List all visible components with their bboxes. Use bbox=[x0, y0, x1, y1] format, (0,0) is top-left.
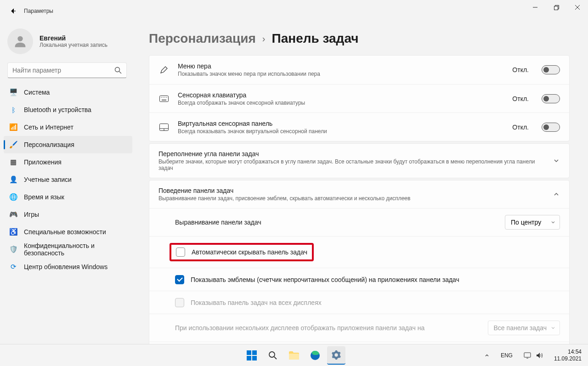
sidebar-item-accessibility[interactable]: ♿Специальные возможности bbox=[4, 223, 132, 241]
display-icon: 🖥️ bbox=[9, 88, 17, 96]
apps-icon: ▦ bbox=[9, 158, 17, 166]
sidebar-item-label: Время и язык bbox=[24, 193, 64, 201]
chevron-down-icon bbox=[553, 157, 560, 164]
search-icon bbox=[114, 67, 122, 74]
autohide-label: Автоматически скрывать панель задач bbox=[192, 248, 307, 256]
sidebar-item-gaming[interactable]: 🎮Игры bbox=[4, 206, 132, 223]
expander-title: Поведение панели задач bbox=[158, 187, 544, 194]
alignment-select[interactable]: По центру bbox=[505, 215, 560, 230]
chevron-down-icon bbox=[550, 325, 556, 331]
clock-time: 14:54 bbox=[554, 349, 582, 355]
sidebar-item-label: Приложения bbox=[24, 158, 62, 166]
sidebar-item-label: Система bbox=[24, 89, 50, 96]
alignment-label: Выравнивание панели задач bbox=[175, 219, 498, 226]
accessibility-icon: ♿ bbox=[9, 228, 17, 236]
main-content: Персонализация › Панель задач Меню пера … bbox=[138, 22, 588, 344]
account-icon: 👤 bbox=[9, 175, 17, 184]
sidebar-item-network[interactable]: 📶Сеть и Интернет bbox=[4, 118, 132, 136]
edge-icon bbox=[310, 350, 320, 360]
toggle-virtual-touchpad[interactable] bbox=[542, 123, 560, 132]
folder-icon bbox=[289, 351, 299, 360]
app-title: Параметры bbox=[24, 8, 53, 14]
search-icon bbox=[268, 351, 277, 360]
maximize-button[interactable] bbox=[546, 0, 567, 15]
row-all-displays: Показывать панель задач на всех дисплеях bbox=[149, 291, 569, 314]
close-button[interactable] bbox=[567, 0, 588, 15]
expander-sub: Выравнивание панели задач, присвоение эм… bbox=[158, 195, 544, 202]
gear-icon bbox=[331, 350, 341, 360]
sidebar-item-personalization[interactable]: 🖌️Персонализация bbox=[4, 136, 132, 153]
sidebar: Евгений Локальная учетная запись 🖥️Систе… bbox=[0, 22, 138, 344]
avatar bbox=[7, 28, 33, 54]
search-input[interactable] bbox=[12, 67, 114, 74]
page-title: Панель задач bbox=[272, 31, 359, 46]
settings-button[interactable] bbox=[327, 346, 345, 365]
breadcrumb: Персонализация › Панель задач bbox=[149, 31, 570, 46]
arrow-left-icon bbox=[9, 7, 17, 15]
back-button[interactable] bbox=[4, 2, 22, 20]
sidebar-item-time[interactable]: 🌐Время и язык bbox=[4, 188, 132, 206]
volume-icon bbox=[536, 352, 543, 359]
svg-point-2 bbox=[115, 68, 120, 72]
svg-point-5 bbox=[163, 97, 164, 98]
search-button[interactable] bbox=[264, 346, 282, 365]
sidebar-item-label: Центр обновления Windows bbox=[24, 263, 107, 270]
overflow-expander[interactable]: Переполнение угла панели задач Выберите … bbox=[149, 143, 570, 178]
sidebar-item-apps[interactable]: ▦Приложения bbox=[4, 153, 132, 171]
svg-point-14 bbox=[269, 352, 275, 357]
svg-rect-3 bbox=[160, 96, 169, 101]
breadcrumb-parent[interactable]: Персонализация bbox=[149, 31, 256, 46]
globe-icon: 🌐 bbox=[9, 193, 17, 201]
sidebar-item-bluetooth[interactable]: ᛒBluetooth и устройства bbox=[4, 101, 132, 118]
profile-block[interactable]: Евгений Локальная учетная запись bbox=[2, 22, 132, 62]
start-button[interactable] bbox=[243, 346, 261, 365]
toggle-state: Откл. bbox=[512, 66, 529, 73]
explorer-button[interactable] bbox=[285, 346, 303, 365]
sidebar-item-accounts[interactable]: 👤Учетные записи bbox=[4, 171, 132, 188]
sidebar-item-label: Конфиденциальность и безопасность bbox=[24, 242, 127, 257]
clock-date: 11.09.2021 bbox=[554, 355, 582, 362]
gamepad-icon: 🎮 bbox=[9, 210, 17, 219]
maximize-icon bbox=[554, 5, 559, 10]
toggle-state: Откл. bbox=[512, 124, 529, 131]
edge-button[interactable] bbox=[306, 346, 324, 365]
row-multi-display: При использовании нескольких дисплеев от… bbox=[149, 314, 569, 342]
wifi-icon: 📶 bbox=[9, 123, 17, 131]
row-autohide: Автоматически скрывать панель задач bbox=[149, 236, 569, 268]
toggle-pen[interactable] bbox=[542, 65, 560, 74]
checkbox-autohide[interactable] bbox=[176, 248, 185, 257]
tray-language[interactable]: ENG bbox=[498, 350, 515, 360]
nav-list: 🖥️Система ᛒBluetooth и устройства 📶Сеть … bbox=[2, 84, 132, 276]
checkbox-badges[interactable] bbox=[175, 275, 184, 284]
row-pen-menu: Меню пера Показывать значок меню пера пр… bbox=[149, 56, 569, 84]
search-box[interactable] bbox=[7, 62, 127, 78]
tray-chevron[interactable] bbox=[481, 351, 492, 360]
row-sub: Всегда отображать значок сенсорной клави… bbox=[178, 100, 504, 106]
highlight-autohide: Автоматически скрывать панель задач bbox=[170, 243, 314, 261]
row-title: Сенсорная клавиатура bbox=[178, 91, 504, 99]
expander-title: Переполнение угла панели задач bbox=[158, 150, 544, 158]
select-value: Все панели задач bbox=[494, 324, 547, 332]
all-displays-label: Показывать панель задач на всех дисплеях bbox=[191, 299, 560, 306]
svg-point-4 bbox=[161, 97, 162, 98]
checkbox-all-displays bbox=[175, 298, 184, 307]
sidebar-item-update[interactable]: ⟳Центр обновления Windows bbox=[4, 258, 132, 276]
row-virtual-touchpad: Виртуальная сенсорная панель Всегда пока… bbox=[149, 113, 569, 141]
chevron-up-icon bbox=[484, 353, 490, 358]
sidebar-item-system[interactable]: 🖥️Система bbox=[4, 84, 132, 101]
svg-rect-8 bbox=[162, 100, 166, 101]
windows-icon bbox=[247, 350, 257, 360]
behavior-header[interactable]: Поведение панели задач Выравнивание пане… bbox=[149, 180, 569, 208]
row-title: Виртуальная сенсорная панель bbox=[178, 120, 504, 127]
svg-rect-0 bbox=[554, 6, 558, 10]
svg-rect-12 bbox=[247, 356, 251, 360]
badges-label: Показывать эмблемы (счетчик непрочитанны… bbox=[191, 276, 560, 283]
minimize-icon bbox=[533, 5, 537, 10]
tray-clock[interactable]: 14:54 11.09.2021 bbox=[551, 348, 584, 363]
sidebar-item-label: Bluetooth и устройства bbox=[24, 106, 91, 113]
toggle-touch-keyboard[interactable] bbox=[542, 94, 560, 103]
taskbar: ENG 14:54 11.09.2021 bbox=[0, 344, 588, 366]
tray-network-sound[interactable] bbox=[521, 350, 546, 360]
sidebar-item-privacy[interactable]: 🛡️Конфиденциальность и безопасность bbox=[4, 241, 132, 258]
minimize-button[interactable] bbox=[525, 0, 546, 15]
